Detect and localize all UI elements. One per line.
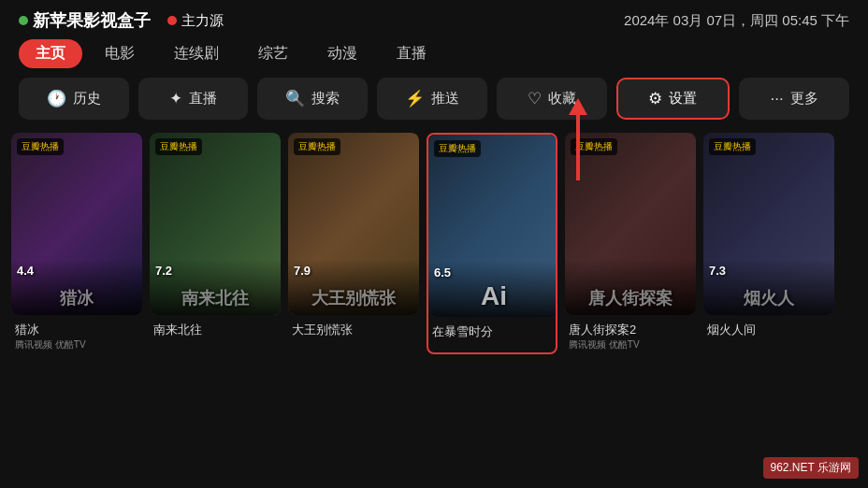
tab-variety[interactable]: 综艺 [241,39,305,68]
header-left: 新苹果影视盒子 主力源 [19,9,224,32]
movies-grid: 猎冰 豆瓣热播 4.4 猎冰 腾讯视频 优酷TV 南来北往 豆瓣热播 7.2 南… [0,133,868,354]
movie-title-overlay-tangren: 唐人街探案 [565,287,696,309]
app-title: 新苹果影视盒子 [19,9,151,32]
nav-tabs: 主页 电影 连续剧 综艺 动漫 直播 [0,39,868,78]
movie-card-nanlai[interactable]: 南来北往 豆瓣热播 7.2 南来北往 [150,133,281,354]
datetime: 2024年 03月 07日，周四 05:45 下午 [624,12,849,30]
history-icon: 🕐 [47,89,66,108]
movie-sub-tangren: 腾讯视频 优酷TV [569,338,692,352]
main-source-label: 主力源 [181,12,224,30]
live-label: 直播 [189,90,217,108]
hot-badge-baoxue: 豆瓣热播 [434,140,481,157]
more-icon: ··· [771,90,784,108]
movie-rating-yanhuo: 7.3 [709,264,726,278]
search-button[interactable]: 🔍 搜索 [257,78,368,120]
movie-card-yanhuo[interactable]: 烟火人 豆瓣热播 7.3 烟火人间 [703,133,834,354]
movie-rating-dawang: 7.9 [294,264,311,278]
hot-badge-yanhuo: 豆瓣热播 [709,138,756,155]
arrow-head [569,98,587,115]
movie-card-baoxue[interactable]: Ai 豆瓣热播 6.5 在暴雪时分 [427,133,557,354]
movie-card-dawang[interactable]: 大王别慌张 豆瓣热播 7.9 大王别慌张 [288,133,419,354]
live-button[interactable]: ✦ 直播 [138,78,249,120]
history-label: 历史 [73,90,101,108]
watermark: 962.NET 乐游网 [763,457,859,479]
tab-series[interactable]: 连续剧 [157,39,236,68]
movie-info-nanlai: 南来北往 [150,315,281,341]
favorites-icon: ♡ [528,89,542,108]
hot-badge-liebing: 豆瓣热播 [17,138,64,155]
movie-title-liebing: 猎冰 [15,322,138,338]
tab-movies[interactable]: 电影 [88,39,152,68]
movie-title-tangren: 唐人街探案2 [569,322,692,338]
movie-poster-liebing: 猎冰 豆瓣热播 4.4 [11,133,142,315]
movie-info-liebing: 猎冰 腾讯视频 优酷TV [11,315,142,354]
history-button[interactable]: 🕐 历史 [19,78,129,120]
movie-title-overlay-yanhuo: 烟火人 [703,287,834,309]
movie-poster-nanlai: 南来北往 豆瓣热播 7.2 [150,133,281,315]
movie-sub-liebing: 腾讯视频 优酷TV [15,338,138,352]
header: 新苹果影视盒子 主力源 2024年 03月 07日，周四 05:45 下午 [0,0,868,39]
movie-title-yanhuo: 烟火人间 [707,322,831,338]
movie-title-dawang: 大王别慌张 [292,322,415,338]
push-label: 推送 [431,90,459,108]
movie-info-tangren: 唐人街探案2 腾讯视频 优酷TV [565,315,696,354]
movie-rating-nanlai: 7.2 [155,264,172,278]
green-dot-icon [19,16,28,25]
movie-card-liebing[interactable]: 猎冰 豆瓣热播 4.4 猎冰 腾讯视频 优酷TV [11,133,142,354]
tab-anime[interactable]: 动漫 [311,39,374,68]
hot-badge-nanlai: 豆瓣热播 [155,138,202,155]
movie-title-baoxue: 在暴雪时分 [432,323,552,340]
tab-live[interactable]: 直播 [380,39,443,68]
movie-title-nanlai: 南来北往 [153,322,277,338]
movie-info-baoxue: 在暴雪时分 [428,317,556,343]
push-button[interactable]: ⚡ 推送 [377,78,487,120]
search-label: 搜索 [311,90,340,108]
red-dot-icon [167,16,177,25]
more-label: 更多 [790,90,818,108]
movie-title-overlay-nanlai: 南来北往 [150,287,281,309]
main-source: 主力源 [167,12,224,30]
movie-poster-baoxue: Ai 豆瓣热播 6.5 [428,135,557,317]
movie-title-overlay-baoxue: Ai [428,281,557,311]
movie-poster-dawang: 大王别慌张 豆瓣热播 7.9 [288,133,419,315]
favorites-button[interactable]: ♡ 收藏 [497,78,607,120]
movie-poster-yanhuo: 烟火人 豆瓣热播 7.3 [703,133,834,315]
live-icon: ✦ [169,89,182,108]
hot-badge-dawang: 豆瓣热播 [294,138,340,155]
more-button[interactable]: ··· 更多 [739,78,849,120]
settings-icon: ⚙ [648,89,662,108]
search-icon: 🔍 [285,89,305,108]
movie-title-overlay-dawang: 大王别慌张 [288,287,419,309]
movie-info-yanhuo: 烟火人间 [703,315,834,341]
settings-button[interactable]: ⚙ 设置 [616,78,731,120]
push-icon: ⚡ [405,89,425,108]
tab-home[interactable]: 主页 [19,39,82,68]
app-title-text: 新苹果影视盒子 [33,9,151,32]
movie-rating-liebing: 4.4 [17,264,34,278]
movie-rating-baoxue: 6.5 [434,266,451,280]
movie-title-overlay-liebing: 猎冰 [11,287,142,309]
action-row: 🕐 历史 ✦ 直播 🔍 搜索 ⚡ 推送 ♡ 收藏 ⚙ 设置 ··· 更多 [0,78,868,133]
movie-info-dawang: 大王别慌张 [288,315,419,341]
arrow-indicator [569,98,587,180]
arrow-line [576,115,580,180]
settings-label: 设置 [669,90,697,108]
